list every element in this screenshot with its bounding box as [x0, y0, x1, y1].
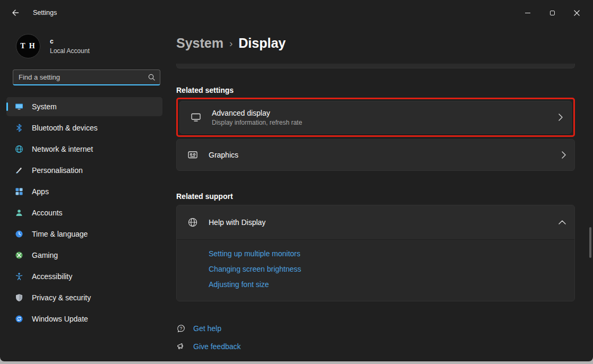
apps-icon — [15, 187, 23, 196]
help-globe-icon — [177, 217, 209, 228]
graphics-icon — [177, 150, 209, 160]
search-box[interactable] — [13, 70, 160, 85]
card-title: Advanced display — [212, 109, 302, 117]
sidebar-item-apps[interactable]: Apps — [6, 182, 162, 201]
sidebar-item-gaming[interactable]: Gaming — [6, 246, 162, 265]
help-link-screen-brightness[interactable]: Changing screen brightness — [209, 262, 301, 277]
titlebar: Settings — [0, 0, 593, 25]
sidebar-item-label: Time & language — [32, 230, 88, 238]
account-block[interactable]: T H c Local Account — [16, 34, 169, 58]
back-arrow-icon — [11, 8, 20, 17]
sidebar-item-system[interactable]: System — [6, 97, 162, 116]
sidebar-item-bluetooth-devices[interactable]: Bluetooth & devices — [6, 118, 162, 137]
maximize-button[interactable] — [540, 0, 564, 25]
system-icon — [15, 102, 23, 111]
help-link-multiple-monitors[interactable]: Setting up multiple monitors — [209, 246, 300, 262]
accessibility-icon — [15, 272, 23, 281]
search-icon — [148, 73, 156, 81]
help-expander-header[interactable]: Help with Display — [177, 205, 574, 239]
time-language-icon — [15, 230, 23, 238]
breadcrumb-separator: › — [229, 37, 233, 49]
maximize-icon — [550, 11, 555, 15]
accounts-icon — [15, 209, 23, 217]
feedback-icon — [176, 342, 186, 351]
scrollbar-thumb[interactable] — [589, 227, 591, 258]
sidebar-item-windows-update[interactable]: Windows Update — [6, 309, 162, 328]
sidebar-item-label: Apps — [32, 187, 49, 196]
sidebar-item-label: Windows Update — [32, 315, 88, 323]
chevron-up-icon — [558, 220, 566, 224]
svg-text:?: ? — [180, 326, 183, 331]
sidebar-item-time-language[interactable]: Time & language — [6, 224, 162, 244]
card-title: Graphics — [209, 151, 238, 159]
give-feedback-label: Give feedback — [193, 342, 241, 351]
sidebar-item-label: Privacy & security — [32, 293, 91, 302]
window-controls — [515, 0, 589, 25]
sidebar-item-personalisation[interactable]: Personalisation — [6, 161, 162, 180]
advanced-display-card[interactable]: Advanced display Display information, re… — [179, 101, 572, 134]
privacy-icon — [15, 293, 23, 302]
sidebar-item-network-internet[interactable]: Network & internet — [6, 140, 162, 159]
sidebar-item-label: Network & internet — [32, 145, 93, 153]
bluetooth-icon — [15, 124, 23, 132]
sidebar-item-label: Accounts — [32, 209, 63, 217]
get-help-link[interactable]: ? Get help — [176, 320, 221, 336]
help-links: Setting up multiple monitors Changing sc… — [177, 239, 574, 301]
close-icon — [574, 10, 580, 16]
account-name: c — [50, 38, 90, 45]
windows-update-icon — [15, 315, 23, 323]
search-input[interactable] — [19, 73, 148, 81]
breadcrumb: System › Display — [176, 35, 575, 51]
card-subtitle: Display information, refresh rate — [212, 119, 302, 126]
minimize-icon — [525, 13, 530, 13]
chevron-right-icon — [558, 114, 563, 121]
sidebar-item-accounts[interactable]: Accounts — [6, 203, 162, 222]
sidebar-nav: System Bluetooth & devices Network & int… — [0, 97, 169, 328]
get-help-icon: ? — [176, 324, 186, 333]
sidebar-item-label: System — [32, 102, 57, 111]
chevron-right-icon — [562, 151, 566, 159]
close-button[interactable] — [564, 0, 589, 25]
help-link-font-size[interactable]: Adjusting font size — [209, 277, 269, 292]
scrolled-card-edge — [176, 64, 575, 68]
sidebar-item-label: Personalisation — [32, 166, 83, 175]
get-help-label: Get help — [193, 324, 221, 333]
gaming-icon — [15, 251, 23, 259]
help-with-display-card: Help with Display Setting up multiple mo… — [176, 205, 575, 301]
personalisation-icon — [15, 166, 23, 175]
related-settings-heading: Related settings — [176, 86, 575, 94]
highlight-annotation: Advanced display Display information, re… — [176, 98, 575, 137]
sidebar-item-label: Accessibility — [32, 272, 72, 281]
breadcrumb-system[interactable]: System — [176, 36, 224, 51]
main-content: System › Display Related settings Advanc… — [169, 25, 593, 361]
page-footer: ? Get help Give feedback — [176, 320, 575, 354]
advanced-display-icon — [180, 112, 212, 123]
sidebar-item-accessibility[interactable]: Accessibility — [6, 267, 162, 286]
minimize-button[interactable] — [515, 0, 540, 25]
card-title: Help with Display — [209, 218, 265, 227]
back-button[interactable] — [4, 4, 27, 22]
graphics-card[interactable]: Graphics — [176, 139, 575, 171]
sidebar: T H c Local Account System Bluetooth & d… — [0, 25, 169, 361]
give-feedback-link[interactable]: Give feedback — [176, 339, 241, 354]
avatar: T H — [16, 34, 40, 58]
network-icon — [15, 145, 23, 153]
sidebar-item-label: Gaming — [32, 251, 58, 259]
account-type: Local Account — [50, 47, 90, 55]
page-title: Display — [238, 36, 286, 51]
sidebar-item-privacy-security[interactable]: Privacy & security — [6, 288, 162, 307]
related-support-heading: Related support — [176, 192, 575, 201]
settings-window: Settings T H c Local Account System — [0, 0, 593, 361]
window-title: Settings — [33, 9, 57, 16]
sidebar-item-label: Bluetooth & devices — [32, 124, 98, 132]
